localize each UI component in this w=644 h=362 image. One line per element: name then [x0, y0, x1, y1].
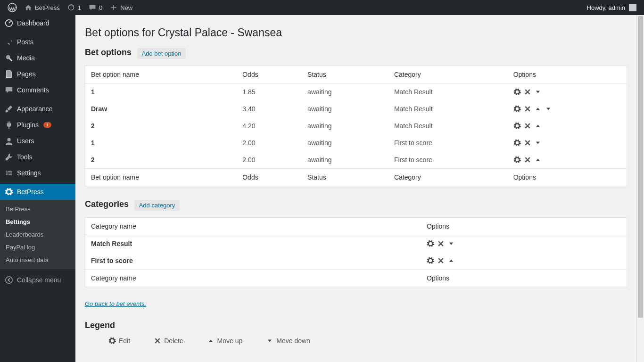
col-category[interactable]: Category [388, 66, 508, 83]
add-bet-option-button[interactable]: Add bet option [137, 48, 186, 59]
close-icon[interactable] [524, 105, 531, 113]
gear-icon[interactable] [513, 156, 521, 164]
legend-label: Move down [276, 337, 310, 345]
col-odds[interactable]: Odds [237, 169, 302, 186]
sidebar-item-settings[interactable]: Settings [0, 165, 75, 181]
col-category[interactable]: Category [388, 169, 508, 186]
cell-cat-name: First to score [85, 252, 421, 270]
chevron-down-icon[interactable] [534, 139, 542, 147]
close-icon[interactable] [437, 240, 445, 247]
new-link[interactable]: New [106, 0, 136, 15]
chevron-down-icon[interactable] [545, 105, 552, 113]
col-cat-name[interactable]: Category name [85, 218, 421, 235]
chevron-up-icon[interactable] [534, 156, 542, 164]
sidebar-item-tools[interactable]: Tools [0, 149, 75, 165]
cell-name: Draw [85, 100, 237, 117]
col-status[interactable]: Status [302, 169, 388, 186]
comments-link[interactable]: 0 [85, 0, 106, 15]
wrench-icon [5, 153, 13, 161]
close-icon[interactable] [524, 139, 531, 147]
row-options [427, 257, 621, 264]
sidebar-item-users[interactable]: Users [0, 133, 75, 149]
sidebar-item-label: Settings [17, 169, 41, 177]
col-cat-name[interactable]: Category name [85, 270, 421, 287]
scrollbar-thumb[interactable] [638, 16, 643, 318]
cell-category: First to score [388, 134, 508, 151]
cell-odds: 1.85 [237, 83, 302, 101]
sidebar-item-label: Plugins [17, 121, 39, 129]
sidebar-item-comments[interactable]: Comments [0, 82, 75, 98]
brush-icon [5, 105, 13, 113]
legend-move-down: Move down [266, 337, 310, 345]
chevron-up-icon[interactable] [534, 122, 542, 130]
sidebar-item-appearance[interactable]: Appearance [0, 101, 75, 117]
gear-icon[interactable] [513, 139, 521, 147]
cell-odds: 3.40 [237, 100, 302, 117]
col-cat-options[interactable]: Options [421, 270, 627, 287]
submenu-item-betpress[interactable]: BetPress [0, 203, 75, 215]
add-category-button[interactable]: Add category [134, 200, 180, 211]
sidebar-item-label: BetPress [17, 188, 44, 196]
cell-category: Match Result [388, 83, 508, 101]
chevron-up-icon[interactable] [534, 105, 542, 113]
gear-icon[interactable] [513, 105, 521, 113]
close-icon[interactable] [437, 257, 445, 264]
back-link[interactable]: Go back to bet events. [85, 300, 146, 307]
sidebar-item-label: Appearance [17, 105, 53, 113]
collapse-menu[interactable]: Collapse menu [0, 272, 75, 288]
sidebar-item-betpress[interactable]: BetPress [0, 184, 75, 200]
table-row: First to score [85, 252, 627, 270]
chevron-down-icon[interactable] [447, 240, 455, 247]
bet-options-heading: Bet options [85, 48, 132, 58]
site-link[interactable]: BetPress [21, 0, 64, 15]
collapse-label: Collapse menu [17, 276, 61, 284]
cell-cat-name: Match Result [85, 235, 421, 253]
gear-icon[interactable] [513, 88, 521, 96]
submenu-item-paypal-log[interactable]: PayPal log [0, 241, 75, 254]
submenu-item-bettings[interactable]: Bettings [0, 215, 75, 228]
submenu-item-auto-insert[interactable]: Auto insert data [0, 254, 75, 266]
sidebar-item-dashboard[interactable]: Dashboard [0, 15, 75, 31]
sidebar-item-media[interactable]: Media [0, 50, 75, 66]
sidebar-item-label: Posts [17, 38, 33, 46]
close-icon[interactable] [524, 88, 531, 96]
table-row: 24.20awaitingMatch Result [85, 117, 627, 134]
wp-logo[interactable] [4, 0, 21, 15]
close-icon[interactable] [524, 122, 531, 130]
sidebar-item-pages[interactable]: Pages [0, 66, 75, 82]
cell-odds: 4.20 [237, 117, 302, 134]
submenu-item-leaderboards[interactable]: Leaderboards [0, 228, 75, 241]
col-options[interactable]: Options [508, 66, 627, 83]
col-options[interactable]: Options [508, 169, 627, 186]
gear-icon[interactable] [427, 257, 434, 264]
sidebar-item-label: Media [17, 54, 35, 62]
account-link[interactable]: Howdy, admin [587, 4, 640, 11]
chevron-down-icon[interactable] [534, 88, 542, 96]
page-icon [5, 70, 13, 78]
col-status[interactable]: Status [302, 66, 388, 83]
col-odds[interactable]: Odds [237, 66, 302, 83]
close-icon[interactable] [524, 156, 531, 164]
admin-sidebar: Dashboard Posts Media Pages Comments App… [0, 15, 75, 362]
col-name[interactable]: Bet option name [85, 169, 237, 186]
close-icon [154, 337, 161, 345]
cell-name: 2 [85, 151, 237, 169]
col-name[interactable]: Bet option name [85, 66, 237, 83]
legend-row: Edit Delete Move up Move down [85, 337, 627, 345]
gear-icon[interactable] [513, 122, 521, 130]
bet-options-table: Bet option name Odds Status Category Opt… [85, 66, 627, 186]
cell-name: 1 [85, 83, 237, 101]
gear-icon[interactable] [427, 240, 434, 247]
updates-link[interactable]: 1 [64, 0, 85, 15]
plugin-icon [5, 121, 13, 129]
col-cat-options[interactable]: Options [421, 218, 627, 235]
scrollbar[interactable] [636, 15, 644, 362]
user-icon [5, 137, 13, 145]
sidebar-item-plugins[interactable]: Plugins1 [0, 117, 75, 133]
settings-icon [5, 169, 13, 177]
chevron-up-icon[interactable] [447, 257, 455, 264]
sidebar-item-posts[interactable]: Posts [0, 34, 75, 50]
row-options [427, 240, 621, 247]
refresh-icon [67, 4, 75, 11]
table-row: Match Result [85, 235, 627, 253]
